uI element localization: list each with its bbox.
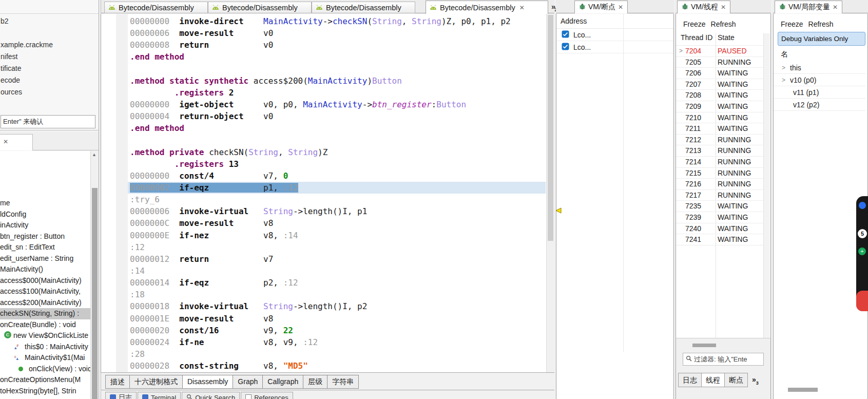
tab-close-icon[interactable]: ✕ xyxy=(519,4,525,11)
variable-row[interactable]: >this xyxy=(774,62,865,74)
project-tree-item[interactable]: nifest xyxy=(1,51,17,62)
thread-filter-input[interactable]: 过滤器: 输入"Ente xyxy=(683,353,764,366)
code-line[interactable] xyxy=(128,63,546,75)
scroll-up-icon[interactable]: ▲ xyxy=(92,152,97,157)
code-line[interactable]: :try_6 xyxy=(128,194,546,205)
thread-row[interactable]: 7209WAITING xyxy=(676,101,763,112)
code-line[interactable]: 00000000 iget-object v0, p0, MainActivit… xyxy=(128,99,546,110)
member-tree-item[interactable]: onCreate(Bundle) : void xyxy=(0,319,90,331)
variable-row[interactable]: >v10 (p0) xyxy=(774,74,865,86)
code-line[interactable]: :28 xyxy=(128,348,546,360)
code-line[interactable]: .method private checkSN(String, String)Z xyxy=(128,146,546,158)
tab-vm-breakpoints[interactable]: VM/断点 ✕ xyxy=(574,1,628,13)
project-tree-item[interactable]: ecode xyxy=(1,75,20,85)
debug-variables-only-button[interactable]: Debug Variables Only xyxy=(778,32,865,46)
code-line[interactable]: 00000006 invoke-virtual String->length()… xyxy=(128,205,546,217)
threads-scrollbar[interactable] xyxy=(763,33,770,341)
column-header-name[interactable]: 名 xyxy=(781,50,788,59)
code-line[interactable]: 00000000 invoke-direct MainActivity->che… xyxy=(128,15,546,27)
breakpoint-row[interactable]: Lco... xyxy=(556,41,673,53)
code-line[interactable]: 00000018 invoke-virtual String->length()… xyxy=(128,300,546,312)
thread-row[interactable]: 7240WAITING xyxy=(676,223,763,235)
code-line[interactable]: 00000012 return v7 xyxy=(128,253,546,265)
expander-icon[interactable]: > xyxy=(782,62,785,74)
code-line[interactable]: .end method xyxy=(128,51,546,63)
action-icon[interactable]: + xyxy=(858,248,866,255)
hscrollbar-thumb[interactable] xyxy=(788,388,818,392)
member-tree-item[interactable]: c▴MainActivity$1(Mai xyxy=(0,352,90,364)
code-line[interactable]: 00000000 const/4 v7, 0 xyxy=(128,170,546,182)
tab-overflow-button[interactable]: »3 xyxy=(748,373,763,387)
member-tree-item[interactable]: MainActivity() xyxy=(0,264,90,275)
code-line[interactable]: :12 xyxy=(128,241,546,253)
variable-row[interactable]: v11 (p1) xyxy=(774,86,865,99)
member-tree-item[interactable]: me xyxy=(0,198,90,209)
member-tree-item[interactable]: ldConfig xyxy=(0,209,90,220)
member-tree-item[interactable]: onClick(View) : void xyxy=(0,364,90,375)
code-line[interactable]: .registers 13 xyxy=(128,158,546,170)
thread-row[interactable]: 7217RUNNING xyxy=(676,190,763,201)
view-tab[interactable]: 层级 xyxy=(303,375,327,389)
close-icon[interactable]: ✕ xyxy=(618,4,623,11)
tab-vm-threads[interactable]: VM/线程 ✕ xyxy=(677,1,730,13)
member-tree-item[interactable]: onCreateOptionsMenu(M xyxy=(0,374,90,386)
checkbox-checked-icon[interactable] xyxy=(562,30,569,40)
thread-row[interactable]: 7205RUNNING xyxy=(676,57,763,68)
project-tree-item[interactable]: b2 xyxy=(1,16,9,26)
dock-tab[interactable]: Terminal xyxy=(138,392,181,399)
refresh-button[interactable]: Refresh xyxy=(808,20,834,28)
thread-row[interactable]: 7235WAITING xyxy=(676,201,763,212)
floating-assistant-widget[interactable]: 5 + xyxy=(856,196,868,311)
member-tree-item[interactable]: access$100(MainActivity, xyxy=(0,286,90,297)
panel-switch-tab[interactable]: 断点 xyxy=(725,373,748,387)
code-line[interactable]: 00000024 if-ne v8, v9, :12 xyxy=(128,336,546,348)
annotation-marker-icon[interactable] xyxy=(555,207,562,215)
code-line[interactable]: .end method xyxy=(128,122,546,134)
thread-row[interactable]: 7208WAITING xyxy=(676,90,763,101)
column-header-address[interactable]: Address xyxy=(556,14,673,29)
member-tree-item[interactable]: btn_register : Button xyxy=(0,231,90,242)
thread-row[interactable]: 7207WAITING xyxy=(676,79,763,90)
member-tree-item[interactable]: edit_userName : String xyxy=(0,253,90,264)
code-line[interactable]: 0000000C move-result v8 xyxy=(128,217,546,229)
checkbox-checked-icon[interactable] xyxy=(562,43,569,52)
editor-gutter[interactable] xyxy=(116,14,128,372)
code-line[interactable]: 00000008 return v0 xyxy=(128,39,546,51)
thread-row[interactable]: 7206WAITING xyxy=(676,68,763,79)
member-tree-item[interactable]: Cnew View$OnClickListe xyxy=(0,330,90,341)
code-line[interactable]: 00000020 const/16 v9, 22 xyxy=(128,325,546,336)
scrollbar-thumb[interactable] xyxy=(92,188,98,399)
member-tree-item[interactable]: access$200(MainActivity) xyxy=(0,297,90,309)
project-tree-item[interactable]: xample.crackme xyxy=(1,40,53,50)
close-icon[interactable]: ✕ xyxy=(721,4,726,11)
expander-icon[interactable]: > xyxy=(679,46,683,57)
breakpoint-row[interactable]: Lco... xyxy=(556,29,673,41)
record-icon[interactable] xyxy=(856,291,868,311)
panel-switch-tab[interactable]: 日志 xyxy=(678,373,702,387)
editor-tab-bytecode-disassembly[interactable]: Bytecode/Disassembly✕ xyxy=(426,1,548,14)
code-line[interactable]: :18 xyxy=(128,289,546,300)
view-tab[interactable]: Callgraph xyxy=(263,375,303,389)
editor-tab-bytecode-disassembly[interactable]: Bytecode/Disassembly xyxy=(104,2,208,13)
code-line[interactable] xyxy=(128,134,546,146)
code-line[interactable]: .method static synthetic access$200(Main… xyxy=(128,75,546,87)
member-tree-item[interactable]: inActivity xyxy=(0,220,90,231)
thread-row[interactable]: 7241WAITING xyxy=(676,234,763,245)
code-line[interactable]: 00000002 if-eqz p1, :12 xyxy=(128,182,546,194)
thread-row[interactable]: 7213RUNNING xyxy=(676,145,763,157)
code-line[interactable]: 00000014 if-eqz p2, :12 xyxy=(128,277,546,289)
code-line[interactable]: 00000028 const-string v8, "MD5" xyxy=(128,360,546,372)
dock-tab[interactable]: Quick Search xyxy=(182,392,240,399)
view-tab[interactable]: 描述 xyxy=(105,375,130,389)
refresh-button[interactable]: Refresh xyxy=(711,20,736,28)
panel-switch-tab[interactable]: 线程 xyxy=(702,373,725,387)
thread-row[interactable]: 7239WAITING xyxy=(676,212,763,223)
thread-row[interactable]: 7210WAITING xyxy=(676,112,763,124)
tab-vm-variables[interactable]: VM/局部变量 ✕ xyxy=(775,1,842,13)
column-header-state[interactable]: State xyxy=(718,33,735,42)
code-line[interactable]: 00000004 return-object v0 xyxy=(128,110,546,122)
thread-row[interactable]: 7215RUNNING xyxy=(676,168,763,179)
members-tab[interactable]: ✕ xyxy=(0,134,33,150)
thread-row[interactable]: 7216RUNNING xyxy=(676,179,763,190)
member-tree-item[interactable]: edit_sn : EditText xyxy=(0,242,90,253)
